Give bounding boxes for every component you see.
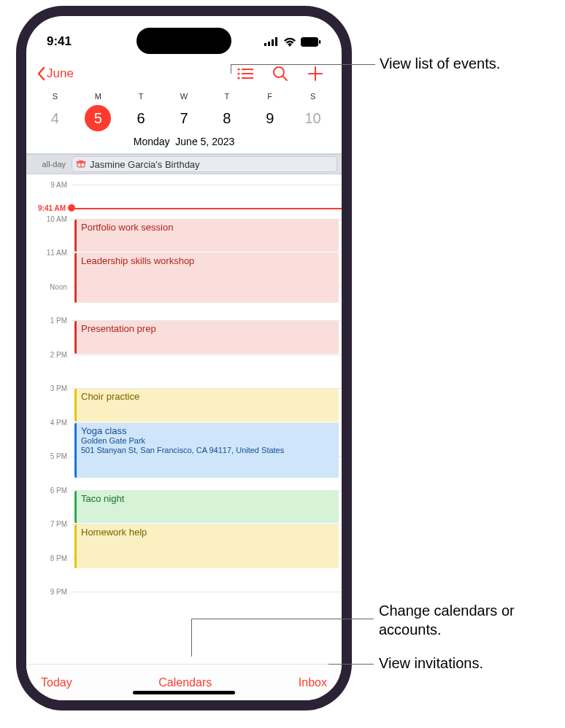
day-of-week: S: [310, 92, 315, 101]
day-number: 6: [128, 105, 154, 131]
event-title: Presentation prep: [81, 323, 334, 334]
timeline[interactable]: 9 AM10 AM11 AMNoon1 PM2 PM3 PM4 PM5 PM6 …: [26, 174, 342, 664]
svg-rect-3: [275, 37, 277, 46]
svg-point-10: [237, 77, 239, 79]
battery-icon: [301, 37, 321, 47]
search-button[interactable]: [264, 61, 296, 86]
full-date-date: June 5, 2023: [175, 136, 234, 147]
day-col[interactable]: T8: [205, 92, 248, 131]
event[interactable]: Choir practice: [74, 389, 339, 422]
hour-label: 4 PM: [26, 418, 67, 426]
day-number: 9: [257, 105, 283, 131]
day-col[interactable]: S4: [34, 92, 77, 131]
bottom-bar: Today Calendars Inbox: [26, 664, 342, 700]
calendars-button[interactable]: Calendars: [158, 676, 212, 689]
hour-label: 6 PM: [26, 486, 67, 494]
svg-rect-11: [242, 77, 253, 79]
callout-line: [231, 64, 375, 65]
svg-point-8: [237, 72, 239, 74]
hour-line: [72, 592, 342, 592]
svg-rect-1: [268, 42, 270, 46]
back-button[interactable]: June: [36, 66, 74, 81]
full-date: Monday June 5, 2023: [26, 131, 342, 154]
day-number: 7: [171, 105, 197, 131]
callout-inbox: View invitations.: [379, 655, 483, 672]
hour-label: 3 PM: [26, 384, 67, 392]
day-of-week: S: [53, 92, 58, 101]
callout-line: [191, 619, 192, 657]
hour-label: 9 AM: [26, 181, 67, 189]
chevron-left-icon: [36, 66, 45, 81]
svg-rect-5: [319, 40, 320, 44]
event-title: Homework help: [81, 527, 334, 538]
svg-rect-2: [272, 39, 274, 46]
callout-line: [191, 619, 374, 619]
svg-rect-0: [264, 43, 266, 46]
now-label: 9:41 AM: [26, 204, 67, 212]
day-number: 4: [42, 105, 68, 131]
callout-list: View list of events.: [380, 55, 500, 72]
callout-line: [231, 64, 231, 74]
cellular-icon: [264, 37, 279, 46]
now-line: [72, 208, 342, 209]
plus-icon: [307, 66, 323, 82]
event-title: Taco night: [81, 493, 334, 504]
day-col[interactable]: T6: [120, 92, 163, 131]
hour-label: 5 PM: [26, 452, 67, 460]
day-number: 8: [214, 105, 240, 131]
event[interactable]: Leadership skills workshop: [74, 253, 339, 303]
hour-label: 2 PM: [26, 350, 67, 358]
event-title: Yoga class: [81, 425, 334, 436]
day-of-week: T: [139, 92, 144, 101]
list-icon: [237, 68, 253, 80]
hour-line: [72, 185, 342, 185]
day-number: 5: [85, 105, 111, 131]
day-col[interactable]: M5: [77, 92, 120, 131]
day-col[interactable]: F9: [248, 92, 291, 131]
hour-label: 9 PM: [26, 588, 67, 596]
day-number: 10: [300, 105, 326, 131]
screen: 9:41 June S4M5T6W7T8F9S10: [26, 16, 342, 700]
week-row: S4M5T6W7T8F9S10: [26, 92, 342, 131]
event[interactable]: Presentation prep: [74, 321, 339, 354]
list-view-button[interactable]: [229, 61, 261, 86]
today-button[interactable]: Today: [41, 676, 72, 689]
svg-rect-7: [242, 69, 253, 70]
search-icon: [272, 66, 288, 82]
allday-event-title: Jasmine Garcia's Birthday: [90, 159, 200, 170]
day-col[interactable]: S10: [291, 92, 334, 131]
day-of-week: F: [267, 92, 272, 101]
svg-line-13: [283, 77, 288, 81]
hour-line: [72, 355, 342, 355]
full-date-weekday: Monday: [134, 136, 170, 147]
event[interactable]: Portfolio work session: [74, 220, 339, 252]
callout-line: [328, 664, 374, 665]
allday-event[interactable]: Jasmine Garcia's Birthday: [72, 156, 337, 172]
wifi-icon: [283, 37, 296, 47]
nav-bar: June: [26, 57, 342, 92]
status-icons: [264, 37, 321, 47]
svg-point-6: [237, 68, 239, 70]
home-indicator[interactable]: [133, 691, 235, 694]
add-event-button[interactable]: [299, 61, 331, 86]
day-of-week: M: [95, 92, 101, 101]
dynamic-island: [137, 28, 231, 54]
event[interactable]: Homework help: [74, 524, 339, 568]
phone-frame: 9:41 June S4M5T6W7T8F9S10: [16, 6, 352, 710]
callout-calendars: Change calendars or accounts.: [379, 601, 565, 639]
event[interactable]: Taco night: [74, 491, 339, 524]
allday-row: all-day Jasmine Garcia's Birthday: [26, 154, 342, 174]
now-dot: [68, 204, 75, 212]
day-of-week: T: [225, 92, 230, 101]
day-col[interactable]: W7: [163, 92, 206, 131]
svg-rect-9: [242, 73, 253, 74]
back-label: June: [47, 66, 74, 81]
event-location: Golden Gate Park: [81, 436, 334, 446]
svg-rect-4: [301, 37, 318, 47]
hour-label: 7 PM: [26, 520, 67, 528]
inbox-button[interactable]: Inbox: [299, 676, 327, 689]
hour-label: Noon: [26, 282, 67, 290]
allday-label: all-day: [26, 160, 72, 169]
event-title: Portfolio work session: [81, 222, 334, 233]
event[interactable]: Yoga classGolden Gate Park501 Stanyan St…: [74, 423, 339, 479]
